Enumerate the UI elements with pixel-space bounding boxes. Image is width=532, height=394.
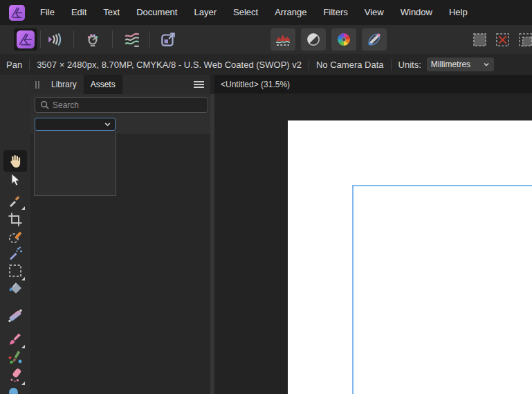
camera-data-status: No Camera Data — [316, 60, 384, 70]
auto-levels-icon — [275, 31, 291, 48]
hand-icon — [7, 153, 24, 170]
dodge-brush-icon — [7, 386, 24, 394]
liquify-persona-icon — [46, 30, 64, 48]
document-view[interactable]: <Untitled> (31.5%) — [214, 75, 532, 394]
auto-white-balance-icon — [366, 31, 383, 48]
category-dropdown[interactable] — [35, 118, 116, 131]
units-label: Units: — [398, 60, 421, 70]
menu-bar: File Edit Text Document Layer Select Arr… — [0, 0, 532, 25]
move-tool-button[interactable] — [7, 172, 24, 188]
menu-window[interactable]: Window — [392, 0, 441, 25]
toolbar-separator — [40, 30, 41, 48]
gradient-tool-button[interactable] — [7, 307, 24, 324]
develop-persona-icon — [84, 30, 102, 48]
search-input[interactable] — [53, 100, 191, 110]
auto-white-balance-button[interactable] — [362, 28, 387, 51]
panel-menu-icon[interactable] — [194, 80, 204, 89]
menu-help[interactable]: Help — [441, 0, 476, 25]
tone-mapping-persona-icon — [123, 30, 141, 48]
auto-colour-icon — [336, 31, 352, 48]
units-dropdown[interactable]: Millimetres — [427, 57, 494, 71]
colour-picker-tool-button[interactable] — [7, 192, 24, 208]
menu-view[interactable]: View — [356, 0, 392, 25]
develop-persona-button[interactable] — [81, 28, 104, 51]
deselect-icon — [495, 32, 511, 48]
selection-commands-group — [470, 28, 532, 51]
toolbar-separator — [112, 30, 113, 48]
flood-fill-tool-button[interactable] — [7, 280, 24, 297]
crop-tool-button[interactable] — [7, 211, 24, 228]
crop-icon — [7, 211, 24, 228]
document-tab[interactable]: <Untitled> (31.5%) — [214, 80, 290, 89]
menu-document[interactable]: Document — [128, 0, 185, 25]
main-toolbar — [0, 25, 532, 54]
select-all-button[interactable] — [470, 29, 488, 50]
affinity-photo-window: File Edit Text Document Layer Select Arr… — [0, 0, 532, 394]
search-field[interactable] — [35, 97, 208, 113]
selection-brush-icon — [7, 229, 24, 245]
menu-arrange[interactable]: Arrange — [266, 0, 315, 25]
deselect-button[interactable] — [493, 29, 511, 50]
panel-tab-bar: Library Assets — [30, 75, 210, 94]
export-persona-button[interactable] — [156, 28, 180, 51]
paint-brush-tool-button[interactable] — [7, 330, 24, 347]
menu-list: File Edit Text Document Layer Select Arr… — [32, 0, 476, 25]
chevron-down-icon — [104, 120, 111, 128]
menu-select[interactable]: Select — [225, 0, 266, 25]
tab-assets[interactable]: Assets — [84, 75, 122, 94]
auto-contrast-button[interactable] — [301, 28, 326, 51]
select-all-icon — [472, 32, 488, 48]
selected-image-frame[interactable] — [352, 185, 532, 394]
search-icon — [40, 100, 49, 109]
menu-filters[interactable]: Filters — [315, 0, 356, 25]
menu-layer[interactable]: Layer — [185, 0, 225, 25]
category-dropdown-popup[interactable] — [34, 132, 116, 196]
gradient-icon — [7, 307, 24, 324]
menu-edit[interactable]: Edit — [63, 0, 95, 25]
invert-selection-icon — [517, 32, 532, 48]
context-toolbar: Pan 3507 × 2480px, 8.70MP, CMYKA/8 - U.S… — [0, 54, 532, 75]
document-tab-bar: <Untitled> (31.5%) — [214, 75, 532, 93]
assets-panel: Library Assets — [30, 75, 210, 394]
current-tool-label: Pan — [6, 60, 22, 70]
dodge-brush-tool-button[interactable] — [7, 386, 24, 394]
context-separator — [29, 59, 30, 71]
auto-contrast-icon — [305, 31, 322, 48]
persona-group — [14, 28, 180, 51]
rectangular-marquee-tool-button[interactable] — [7, 262, 24, 279]
chevron-down-icon — [483, 61, 490, 68]
liquify-persona-button[interactable] — [44, 28, 67, 51]
context-separator — [309, 59, 309, 71]
workspace: Library Assets — [0, 75, 532, 394]
tool-flyout-indicator — [21, 206, 25, 210]
units-value: Millimetres — [431, 60, 470, 69]
tab-library[interactable]: Library — [44, 75, 84, 94]
photo-persona-icon — [17, 30, 35, 48]
view-tool-button[interactable] — [7, 153, 24, 170]
toolbar-separator — [73, 30, 74, 48]
erase-brush-tool-button[interactable] — [7, 367, 24, 384]
tool-flyout-indicator — [21, 382, 25, 385]
category-row — [30, 115, 210, 134]
menu-file[interactable]: File — [32, 0, 63, 25]
panel-drag-handle-icon[interactable] — [35, 81, 39, 89]
auto-colour-button[interactable] — [331, 28, 356, 51]
flood-select-tool-button[interactable] — [7, 245, 24, 262]
colour-replacement-brush-icon — [7, 348, 24, 365]
colour-replacement-brush-tool-button[interactable] — [7, 348, 24, 365]
app-logo-icon — [9, 5, 25, 21]
selection-brush-tool-button[interactable] — [7, 229, 24, 245]
invert-selection-button[interactable] — [516, 29, 532, 50]
tools-panel — [0, 75, 30, 394]
context-separator — [391, 59, 392, 71]
document-info: 3507 × 2480px, 8.70MP, CMYKA/8 - U.S. We… — [37, 60, 302, 70]
auto-adjustment-group — [270, 28, 387, 51]
export-persona-icon — [159, 30, 177, 48]
paint-bucket-icon — [7, 280, 24, 297]
auto-levels-button[interactable] — [270, 28, 295, 51]
cursor-arrow-icon — [7, 172, 24, 188]
photo-persona-button[interactable] — [14, 28, 37, 51]
tone-mapping-persona-button[interactable] — [120, 28, 144, 51]
magic-wand-icon — [7, 245, 24, 262]
menu-text[interactable]: Text — [95, 0, 128, 25]
